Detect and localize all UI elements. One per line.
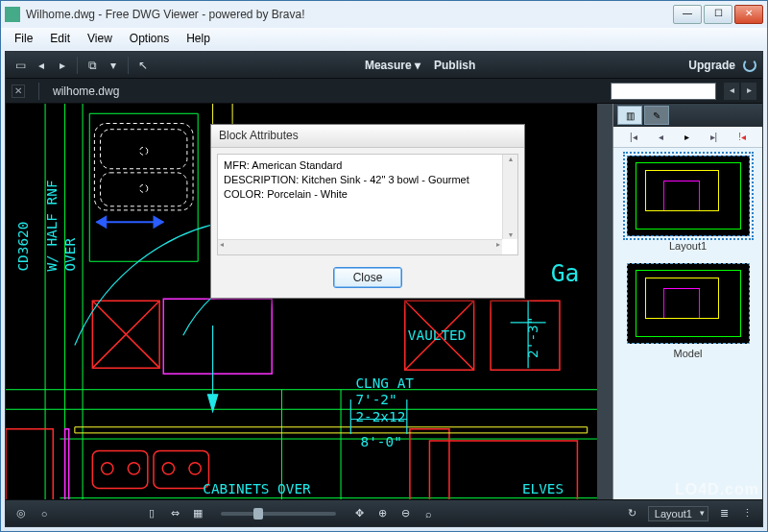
prev-icon[interactable]: ◂	[33, 57, 50, 74]
menu-file[interactable]: File	[7, 30, 40, 47]
layers-icon[interactable]: ≣	[716, 506, 732, 521]
pan-icon[interactable]: ✥	[351, 506, 367, 521]
dialog-close-button[interactable]: Close	[333, 267, 403, 288]
app-icon	[5, 7, 20, 22]
close-button[interactable]: ✕	[734, 5, 763, 24]
block-attributes-dialog: Block Attributes MFR: American Standard …	[210, 124, 525, 299]
attr-row: DESCRIPTION: Kitchen Sink - 42" 3 bowl -…	[224, 173, 512, 187]
minimize-button[interactable]: —	[673, 5, 702, 24]
next-icon[interactable]: ▸	[54, 57, 71, 74]
doc-close-icon[interactable]: ✕	[12, 85, 25, 98]
svg-text:CD3620: CD3620	[15, 222, 31, 272]
menu-edit[interactable]: Edit	[42, 30, 78, 47]
document-name: wilhome.dwg	[53, 85, 119, 98]
svg-marker-16	[96, 216, 106, 228]
svg-text:CABINETS OVER: CABINETS OVER	[203, 481, 311, 496]
svg-point-27	[102, 463, 113, 474]
svg-rect-38	[75, 427, 588, 433]
svg-point-14	[140, 184, 148, 192]
copy-icon[interactable]: ⧉	[84, 57, 101, 74]
bottom-toolbar: ◎ ○ ▯ ⇔ ▦ ✥ ⊕ ⊖ ⌕ ↻ Layout1 ≣ ⋮	[6, 499, 762, 526]
thumbnail-image[interactable]	[627, 156, 750, 236]
thumbnails-tab[interactable]: ▥	[617, 106, 642, 125]
nav-prev-icon[interactable]: ◂	[659, 132, 663, 142]
page-icon[interactable]: ▯	[144, 506, 159, 521]
svg-rect-12	[101, 173, 187, 206]
dialog-vscroll[interactable]	[502, 155, 517, 239]
svg-text:7'-2": 7'-2"	[355, 392, 396, 407]
search-prev-icon[interactable]: ◂	[724, 83, 739, 100]
document-bar: ✕ wilhome.dwg ◂ ▸	[6, 79, 762, 104]
svg-rect-33	[6, 429, 53, 499]
svg-marker-40	[207, 395, 217, 411]
svg-text:W/ HALF RNF: W/ HALF RNF	[44, 180, 60, 271]
thumbnail-item[interactable]: Layout1	[627, 156, 750, 252]
search-next-icon[interactable]: ▸	[741, 83, 756, 100]
nav-alert-icon[interactable]: !◂	[738, 132, 746, 142]
nav-next-icon[interactable]: ▸	[684, 132, 689, 142]
maximize-button[interactable]: ☐	[704, 5, 732, 24]
publish-menu[interactable]: Publish	[434, 59, 475, 72]
refresh-icon[interactable]	[743, 59, 756, 72]
thumbnail-label: Layout1	[627, 240, 750, 252]
svg-text:2'-3": 2'-3"	[525, 317, 540, 358]
measure-menu[interactable]: Measure ▾	[365, 59, 420, 72]
zoom-in-icon[interactable]: ⊕	[374, 506, 390, 521]
zoom-out-icon[interactable]: ⊖	[397, 506, 413, 521]
thumbnail-image[interactable]	[627, 263, 750, 344]
svg-point-13	[140, 147, 148, 155]
dialog-hscroll[interactable]: ◂▸	[218, 239, 502, 254]
svg-text:VAULTED: VAULTED	[408, 327, 467, 343]
grid-icon[interactable]: ▦	[190, 506, 205, 521]
thumbnails-panel: ▥ ✎ |◂ ◂ ▸ ▸| !◂ Layout1	[612, 104, 762, 499]
menubar: File Edit View Options Help	[1, 28, 767, 49]
rotate-icon[interactable]: ↻	[625, 506, 640, 521]
attr-row: COLOR: Porcelain - White	[224, 187, 512, 202]
menu-view[interactable]: View	[80, 30, 120, 47]
dialog-title: Block Attributes	[211, 125, 524, 148]
thumbnail-item[interactable]: Model	[627, 263, 750, 359]
bookmarks-tab[interactable]: ✎	[644, 106, 669, 125]
svg-text:8'-0": 8'-0"	[361, 434, 402, 449]
window-titlebar: Wilhome.dwg - Free DWG Viewer - powered …	[1, 1, 767, 28]
target-icon[interactable]: ◎	[13, 506, 29, 521]
svg-point-29	[162, 463, 174, 474]
menu-options[interactable]: Options	[122, 30, 177, 47]
layout-dropdown[interactable]: Layout1	[648, 506, 708, 521]
svg-rect-34	[163, 299, 272, 374]
vertical-scrollbar[interactable]	[597, 104, 612, 499]
upgrade-button[interactable]: Upgrade	[688, 59, 735, 72]
svg-text:Ga: Ga	[551, 259, 580, 287]
window-title: Wilhome.dwg - Free DWG Viewer - powered …	[26, 8, 671, 21]
nav-last-icon[interactable]: ▸|	[710, 132, 718, 142]
dialog-body: MFR: American Standard DESCRIPTION: Kitc…	[217, 154, 518, 255]
svg-rect-11	[101, 130, 187, 169]
settings-icon[interactable]: ⋮	[739, 506, 755, 521]
svg-marker-17	[154, 216, 163, 228]
circle-icon[interactable]: ○	[36, 506, 52, 521]
svg-text:2-2x12: 2-2x12	[355, 409, 405, 424]
fit-width-icon[interactable]: ⇔	[167, 506, 182, 521]
watermark: LO4D.com	[675, 481, 759, 498]
thumbnail-label: Model	[627, 348, 750, 359]
chevron-down-icon[interactable]: ▾	[105, 57, 122, 74]
svg-text:ELVES: ELVES	[522, 481, 564, 496]
svg-point-28	[128, 463, 139, 474]
open-icon[interactable]: ▭	[12, 57, 29, 74]
search-input[interactable]	[611, 83, 716, 100]
pointer-icon[interactable]: ↖	[134, 57, 152, 74]
svg-rect-35	[65, 429, 69, 499]
svg-text:OVER: OVER	[62, 238, 78, 272]
top-toolbar: ▭ ◂ ▸ ⧉ ▾ ↖ Measure ▾ Publish Upgrade	[6, 52, 762, 79]
zoom-region-icon[interactable]: ⌕	[420, 506, 436, 521]
nav-first-icon[interactable]: |◂	[630, 132, 637, 142]
svg-text:CLNG AT: CLNG AT	[355, 375, 414, 391]
svg-rect-10	[94, 124, 193, 210]
zoom-slider[interactable]	[221, 512, 336, 516]
svg-rect-9	[89, 113, 198, 261]
svg-point-30	[189, 463, 201, 474]
menu-help[interactable]: Help	[179, 30, 218, 47]
attr-row: MFR: American Standard	[224, 158, 512, 173]
